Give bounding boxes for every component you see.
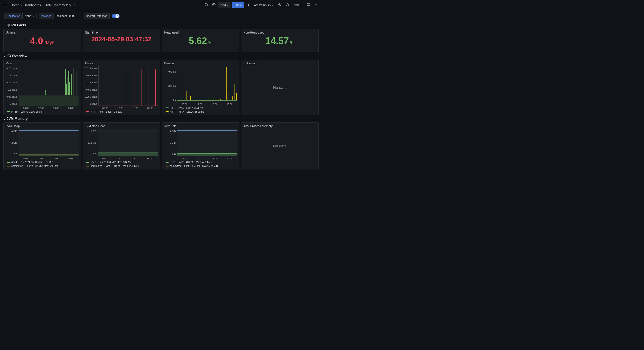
chevron-down-icon: ▾: [272, 4, 273, 6]
svg-rect-40: [19, 154, 78, 156]
row-title: JVM Memory: [6, 117, 28, 121]
restart-detection-toggle[interactable]: [112, 14, 120, 18]
stat-value: 4.0: [30, 36, 43, 46]
legend-stat: Last *: 0 ops/s: [106, 110, 122, 113]
zoom-out-icon[interactable]: [277, 2, 283, 8]
legend-item[interactable]: usedLast *: 184 MiB Max: 184 MiB: [86, 161, 158, 164]
row-quick-facts[interactable]: ⌄ Quick Facts: [4, 22, 318, 29]
legend-name: used: [11, 161, 17, 164]
refresh-interval-label: 30s: [294, 4, 299, 7]
stat-value: 2024-08-29 03:47:32: [91, 36, 152, 43]
legend-item[interactable]: committedLast *: 204 MiB Max: 204 MiB: [86, 164, 158, 167]
panel-jvm-nonheap[interactable]: JVM Non-Heap 1 GiB512 MiB0 B 06:0012:001…: [82, 122, 160, 169]
panel-heap-used[interactable]: Heap used 5.62 %: [162, 29, 240, 52]
panel-start-time[interactable]: Start time 2024-08-29 03:47:32: [82, 29, 160, 52]
plot-area: [177, 66, 237, 102]
gear-icon[interactable]: [211, 2, 217, 8]
var-instance-label: Instance: [38, 13, 54, 19]
legend-item[interactable]: committedLast *: 298 MiB Max: 298 MiB: [7, 164, 78, 167]
x-axis: 06:0012:0018:0000:00: [6, 106, 78, 109]
legend-swatch: [86, 162, 89, 162]
stat-unit: %: [208, 40, 212, 45]
var-instance-value[interactable]: localhost:8090 ▾: [54, 13, 79, 19]
panel-title: JVM Process Memory: [244, 124, 316, 128]
menu-icon[interactable]: [4, 4, 7, 7]
panel-jvm-process-memory[interactable]: JVM Process Memory No data: [241, 122, 318, 169]
panel-duration[interactable]: Duration 400 ms200 ms0 s: [162, 60, 240, 115]
var-application-label: Application: [4, 13, 22, 19]
panel-title: JVM Non-Heap: [85, 124, 158, 128]
legend: HTTP Last *: 0.200 ops/s: [6, 109, 78, 113]
chevron-down-icon: ⌄: [4, 24, 5, 27]
legend-item[interactable]: HTTP - AVG Last *: 20.1 ms: [166, 106, 237, 109]
legend-name: HTTP - AVG: [170, 106, 184, 109]
legend: usedLast *: 401 MiB Max: 453 MiB committ…: [164, 160, 237, 167]
legend-stat: Last *: 204 MiB Max: 204 MiB: [105, 164, 139, 167]
legend-swatch: [7, 162, 10, 162]
crumb-current[interactable]: JVM (Micrometer): [45, 3, 71, 7]
legend-item[interactable]: usedLast *: 401 MiB Max: 453 MiB: [166, 161, 237, 164]
refresh-interval-picker[interactable]: 30s ▾: [292, 2, 304, 8]
add-button[interactable]: Add ▾: [218, 2, 230, 8]
legend-stat: Last *: 502 MiB Max: 502 MiB: [184, 164, 218, 167]
x-axis: 06:0012:0018:0000:00: [6, 156, 78, 160]
chevron-right-icon: ›: [43, 4, 44, 7]
panel-uptime[interactable]: Uptime 4.0 days: [4, 29, 81, 52]
save-icon[interactable]: [203, 2, 209, 8]
panel-utilisation[interactable]: Utilisation No data: [241, 60, 318, 115]
legend-swatch: [166, 165, 168, 166]
legend-stat: Last *: 0.200 ops/s: [20, 110, 42, 113]
time-range-picker[interactable]: Last 24 hours ▾: [246, 2, 275, 8]
panel-errors[interactable]: Errors 0.025 ops/s0.02 ops/s0.015 ops/s0…: [82, 60, 160, 115]
legend: usedLast *: 217 MiB Max: 273 MiB committ…: [6, 160, 78, 167]
monitor-icon[interactable]: [305, 2, 311, 8]
legend-item[interactable]: HTTP - 5xx Last *: 0 ops/s: [86, 110, 158, 113]
legend: usedLast *: 184 MiB Max: 184 MiB committ…: [85, 160, 158, 167]
legend-swatch: [7, 111, 10, 112]
svg-rect-48: [177, 129, 237, 156]
legend-swatch: [86, 111, 89, 112]
legend-swatch: [7, 165, 10, 166]
legend-item[interactable]: usedLast *: 217 MiB Max: 273 MiB: [7, 161, 78, 164]
panel-title: Rate: [6, 62, 78, 65]
legend-item[interactable]: HTTP - MAX Last *: 65.2 ms: [166, 110, 237, 113]
add-label: Add: [221, 4, 226, 7]
panel-jvm-heap[interactable]: JVM Heap 4 GiB2 GiB0 B 06:0012:0018:0000…: [4, 122, 81, 169]
refresh-icon[interactable]: [284, 2, 290, 8]
plot-area: [98, 129, 158, 156]
plot-area: [98, 66, 158, 106]
var-application-value[interactable]: None ▾: [22, 13, 36, 19]
svg-rect-5: [307, 4, 310, 5]
legend-item[interactable]: committedLast *: 502 MiB Max: 502 MiB: [166, 164, 237, 167]
row-jvm-memory[interactable]: ⌄ JVM Memory: [4, 115, 318, 122]
x-axis: 06:0012:0018:0000:00: [164, 102, 237, 106]
legend-item[interactable]: HTTP Last *: 0.200 ops/s: [7, 110, 78, 113]
chevron-down-icon[interactable]: [313, 2, 318, 8]
legend-name: committed: [11, 164, 23, 167]
share-button[interactable]: Share: [232, 2, 244, 8]
legend-stat: Last *: 65.2 ms: [187, 110, 204, 113]
legend-name: HTTP - 5xx: [90, 110, 103, 113]
crumb-dashboards[interactable]: Dashboards: [24, 3, 41, 7]
panel-title: Uptime: [6, 31, 78, 34]
panel-jvm-total[interactable]: JVM Total 4 GiB2 GiB0 B 06:0012:0018:000…: [162, 122, 240, 169]
legend-swatch: [166, 162, 168, 162]
chevron-down-icon: ⌄: [4, 117, 5, 120]
var-application: Application None ▾: [4, 13, 36, 19]
panel-nonheap-used[interactable]: Non-Heap used 14.57 %: [241, 29, 318, 52]
chevron-down-icon: ⌄: [4, 55, 5, 58]
y-axis: 0.025 ops/s0.02 ops/s0.015 ops/s0.01 ops…: [85, 66, 98, 106]
stat-value: 14.57: [266, 36, 289, 46]
y-axis: 4 GiB2 GiB0 B: [164, 129, 177, 156]
legend-stat: Last *: 217 MiB Max: 273 MiB: [20, 161, 53, 164]
crumb-home[interactable]: Home: [11, 3, 19, 7]
y-axis: 0.25 ops/s0.2 ops/s0.15 ops/s0.1 ops/s0.…: [6, 66, 18, 106]
panel-title: Utilisation: [244, 62, 316, 65]
chevron-down-icon: ▾: [300, 4, 302, 6]
row-io-overview[interactable]: ⌄ I/O Overview: [4, 52, 318, 60]
star-icon[interactable]: ☆: [73, 4, 76, 7]
chevron-down-icon: ▾: [227, 4, 228, 6]
panel-rate[interactable]: Rate 0.25 ops/s0.2 ops/s0.15 ops/s0.1 op…: [4, 60, 81, 115]
plot-area: [18, 66, 78, 106]
y-axis: 1 GiB512 MiB0 B: [85, 129, 98, 156]
